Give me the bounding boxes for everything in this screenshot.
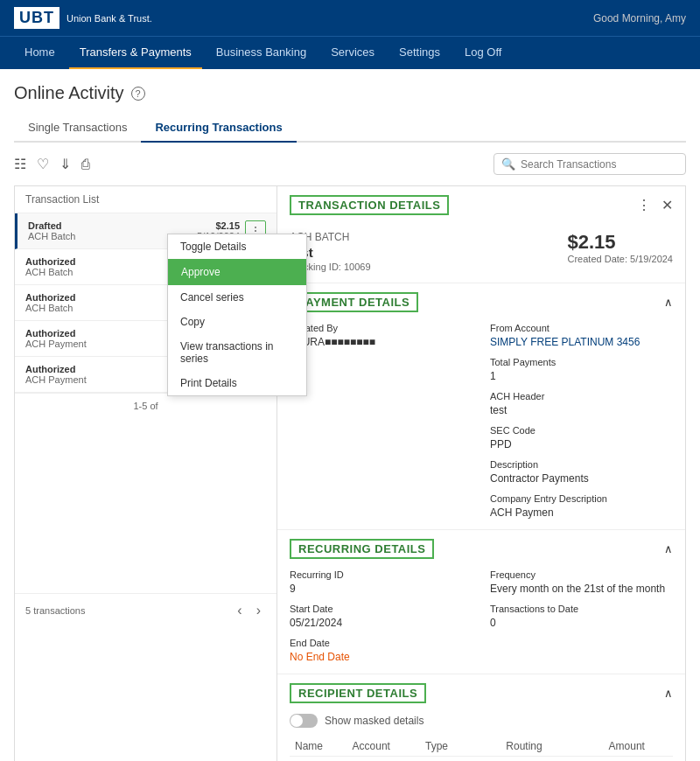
menu-print-details[interactable]: Print Details	[168, 371, 306, 395]
recipient-table: Name Account Type Routing Amount test XX…	[290, 737, 673, 761]
tx-detail-amount-row: ACH BATCH test Tracking ID: 10069 $2.15 …	[290, 231, 673, 272]
recurring-id-label: Recurring ID	[290, 569, 472, 580]
nav-services[interactable]: Services	[320, 37, 385, 69]
filter-icon[interactable]: ☷	[14, 156, 26, 172]
main-layout: Transaction List Drafted ACH Batch $2.15…	[14, 185, 686, 761]
sec-code-value: PPD	[490, 438, 512, 450]
nav-business[interactable]: Business Banking	[206, 37, 317, 69]
recurring-details-section: RECURRING DETAILS ∧ Recurring ID 9 Frequ…	[277, 530, 685, 674]
recipient-details-section: RECIPIENT DETAILS ∧ Show masked details …	[277, 674, 685, 761]
page-content: Online Activity ? Single Transactions Re…	[0, 69, 700, 761]
recurring-details-grid: Recurring ID 9 Frequency Every month on …	[290, 569, 673, 663]
from-account-value: SIMPLY FREE PLATINUM 3456	[490, 336, 640, 348]
page-title-row: Online Activity ?	[14, 83, 686, 103]
menu-toggle-details[interactable]: Toggle Details	[168, 234, 306, 259]
payment-details-section: PAYMENT DETAILS ∧ Created By LAURA■■■■■■…	[277, 283, 685, 530]
pagination-count: 5 transactions	[25, 605, 85, 616]
from-account-label: From Account	[490, 323, 673, 333]
transactions-to-date-label: Transactions to Date	[490, 604, 673, 614]
menu-copy[interactable]: Copy	[168, 310, 306, 334]
nav-logoff[interactable]: Log Off	[454, 37, 512, 69]
end-date-field: End Date No End Date	[290, 638, 472, 663]
logo-area: UBT Union Bank & Trust.	[14, 7, 152, 29]
menu-cancel-series[interactable]: Cancel series	[168, 285, 306, 310]
recurring-details-body: Recurring ID 9 Frequency Every month on …	[277, 566, 685, 674]
tab-recurring-transactions[interactable]: Recurring Transactions	[141, 114, 296, 143]
tab-single-transactions[interactable]: Single Transactions	[14, 114, 141, 143]
payment-details-body: Created By LAURA■■■■■■■■ From Account SI…	[277, 319, 685, 529]
sec-code-field: SEC Code PPD	[490, 425, 673, 450]
sec-code-label: SEC Code	[490, 425, 673, 436]
list-header: Transaction List	[15, 186, 276, 213]
recipient-details-header: RECIPIENT DETAILS ∧	[277, 674, 685, 710]
favorite-icon[interactable]: ♡	[37, 156, 49, 172]
transaction-details-title: TRANSACTION DETAILS	[290, 195, 449, 215]
nav-bar: Home Transfers & Payments Business Banki…	[0, 36, 700, 69]
nav-transfers[interactable]: Transfers & Payments	[69, 37, 202, 69]
description-field: Description Contractor Payments	[490, 459, 673, 485]
total-payments-field: Total Payments 1	[490, 357, 673, 382]
recipient-name: test	[290, 757, 347, 762]
masked-details-toggle[interactable]	[290, 714, 318, 728]
toolbar: ☷ ♡ ⇓ ⎙ 🔍	[14, 153, 686, 175]
bank-name: Union Bank & Trust.	[66, 13, 152, 24]
section-actions: ⋮ ✕	[637, 197, 673, 213]
context-menu: Toggle Details Approve Cancel series Cop…	[167, 234, 307, 396]
col-type: Type	[420, 737, 500, 757]
end-date-value: No End Date	[290, 651, 350, 663]
tx-detail-created: Created Date: 5/19/2024	[568, 254, 673, 264]
ach-header-label: ACH Header	[490, 391, 673, 401]
col-amount: Amount	[604, 737, 673, 757]
ubt-logo: UBT	[14, 7, 60, 29]
payment-details-collapse-icon[interactable]: ∧	[664, 296, 673, 309]
download-icon[interactable]: ⇓	[60, 156, 71, 172]
prev-page-button[interactable]: ‹	[232, 601, 247, 620]
print-icon[interactable]: ⎙	[81, 157, 90, 172]
total-payments-label: Total Payments	[490, 357, 673, 367]
ach-header-field: ACH Header test	[490, 391, 673, 416]
search-box[interactable]: 🔍	[494, 153, 686, 175]
company-entry-label: Company Entry Description	[490, 493, 673, 504]
top-bar: UBT Union Bank & Trust. Good Morning, Am…	[0, 0, 700, 36]
payment-details-title: PAYMENT DETAILS	[290, 292, 418, 312]
description-value: Contractor Payments	[490, 472, 589, 485]
masked-details-label: Show masked details	[325, 715, 424, 727]
help-icon[interactable]: ?	[131, 87, 145, 101]
recurring-id-field: Recurring ID 9	[290, 569, 472, 595]
col-routing: Routing	[500, 737, 603, 757]
recipient-type: Checking	[420, 757, 500, 762]
page-title: Online Activity	[14, 83, 124, 103]
menu-approve[interactable]: Approve	[168, 259, 306, 285]
nav-home[interactable]: Home	[14, 37, 66, 69]
more-options-icon[interactable]: ⋮	[637, 197, 651, 213]
search-input[interactable]	[521, 158, 678, 171]
close-icon[interactable]: ✕	[662, 197, 673, 213]
toggle-knob	[290, 715, 303, 727]
payment-details-grid: Created By LAURA■■■■■■■■ From Account SI…	[290, 323, 673, 519]
company-entry-field: Company Entry Description ACH Paymen	[490, 493, 673, 519]
frequency-label: Frequency	[490, 569, 673, 580]
transactions-to-date-field: Transactions to Date 0	[490, 604, 673, 629]
menu-view-series[interactable]: View transactions in series	[168, 334, 306, 371]
start-date-value: 05/21/2024	[290, 617, 342, 629]
recurring-id-value: 9	[290, 583, 296, 595]
transaction-details-body: ACH BATCH test Tracking ID: 10069 $2.15 …	[277, 224, 685, 283]
nav-settings[interactable]: Settings	[388, 37, 451, 69]
ach-header-value: test	[490, 404, 507, 416]
frequency-value: Every month on the 21st of the month	[490, 583, 665, 595]
recipient-details-collapse-icon[interactable]: ∧	[664, 687, 673, 700]
total-payments-value: 1	[490, 370, 496, 382]
col-account: Account	[347, 737, 420, 757]
recipient-row: test XXX789 Checking XXXXX0795 $2.15	[290, 757, 673, 762]
pagination-bottom: 5 transactions ‹ ›	[15, 593, 276, 627]
recurring-details-title: RECURRING DETAILS	[290, 539, 434, 559]
company-entry-value: ACH Paymen	[490, 506, 554, 519]
tx-detail-amount: $2.15	[568, 231, 673, 254]
col-name: Name	[290, 737, 347, 757]
tx-amount: $2.15	[197, 220, 240, 231]
next-page-button[interactable]: ›	[251, 601, 266, 620]
recurring-details-collapse-icon[interactable]: ∧	[664, 542, 673, 555]
greeting: Good Morning, Amy	[593, 12, 686, 24]
from-account-field: From Account SIMPLY FREE PLATINUM 3456	[490, 323, 673, 348]
payment-details-header: PAYMENT DETAILS ∧	[277, 283, 685, 319]
